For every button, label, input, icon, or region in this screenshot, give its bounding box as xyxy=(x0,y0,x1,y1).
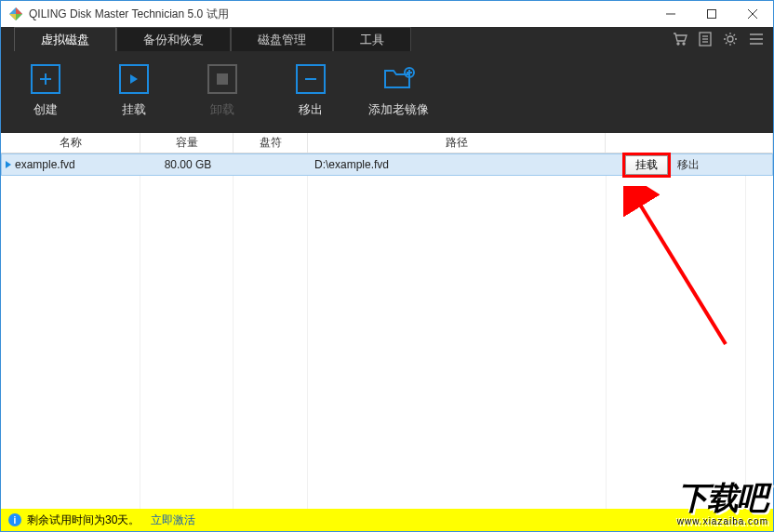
cell-path: D:\example.fvd xyxy=(309,158,605,171)
menu-icon[interactable] xyxy=(749,33,764,46)
maximize-button[interactable] xyxy=(691,1,732,27)
statusbar: i 剩余试用时间为30天。 立即激活 xyxy=(1,509,773,531)
column-capacity[interactable]: 容量 xyxy=(140,133,234,153)
column-name[interactable]: 名称 xyxy=(1,133,140,153)
create-button[interactable]: 创建 xyxy=(1,64,89,118)
app-logo xyxy=(8,7,23,21)
column-actions xyxy=(606,133,773,153)
close-button[interactable] xyxy=(732,1,773,27)
table-row[interactable]: example.fvd 80.00 GB D:\example.fvd 挂载 移… xyxy=(1,153,773,176)
tab-tools[interactable]: 工具 xyxy=(333,27,411,51)
tab-disk-management[interactable]: 磁盘管理 xyxy=(231,27,333,51)
column-path[interactable]: 路径 xyxy=(308,133,606,153)
tab-label: 备份和恢复 xyxy=(143,32,204,48)
mount-button[interactable]: 挂载 xyxy=(89,64,178,118)
gear-icon[interactable] xyxy=(723,32,738,47)
tool-label: 添加老镜像 xyxy=(368,101,429,118)
tab-label: 工具 xyxy=(360,32,384,48)
svg-point-14 xyxy=(727,36,733,42)
svg-rect-5 xyxy=(708,10,716,19)
svg-marker-3 xyxy=(9,14,16,20)
minimize-button[interactable] xyxy=(650,1,691,27)
svg-rect-20 xyxy=(217,73,228,85)
cart-icon[interactable] xyxy=(673,32,687,47)
svg-point-8 xyxy=(677,43,679,45)
tab-label: 磁盘管理 xyxy=(258,32,306,48)
table-header: 名称 容量 盘符 路径 xyxy=(1,133,773,153)
tool-label: 挂载 xyxy=(122,101,146,118)
column-drive[interactable]: 盘符 xyxy=(234,133,308,153)
unmount-button: 卸载 xyxy=(178,64,266,118)
cell-capacity: 80.00 GB xyxy=(141,158,234,171)
svg-marker-2 xyxy=(16,14,22,20)
window-title: QILING Disk Master Technician 5.0 试用 xyxy=(29,7,650,22)
row-mount-button[interactable]: 挂载 xyxy=(625,155,668,175)
play-icon xyxy=(6,161,11,168)
toolbar: 创建 挂载 卸载 移出 添加老镜像 xyxy=(1,51,773,133)
main-tabs: 虚拟磁盘 备份和恢复 磁盘管理 工具 xyxy=(1,27,773,51)
tool-label: 移出 xyxy=(299,101,323,118)
row-remove-link[interactable]: 移出 xyxy=(677,157,700,173)
table-body-empty xyxy=(1,176,773,509)
remove-button[interactable]: 移出 xyxy=(266,64,354,118)
activate-link[interactable]: 立即激活 xyxy=(151,512,195,528)
add-old-image-button[interactable]: 添加老镜像 xyxy=(354,64,443,118)
tab-label: 虚拟磁盘 xyxy=(41,32,89,48)
svg-marker-1 xyxy=(16,7,22,14)
tab-backup-restore[interactable]: 备份和恢复 xyxy=(116,27,231,51)
cell-name: example.fvd xyxy=(15,158,75,171)
tab-virtual-disk[interactable]: 虚拟磁盘 xyxy=(14,27,116,51)
tool-label: 创建 xyxy=(33,101,58,118)
svg-point-9 xyxy=(683,43,685,45)
status-text: 剩余试用时间为30天。 xyxy=(27,512,140,528)
titlebar: QILING Disk Master Technician 5.0 试用 xyxy=(1,1,773,27)
log-icon[interactable] xyxy=(699,32,712,47)
info-icon: i xyxy=(8,513,21,526)
tool-label: 卸载 xyxy=(210,101,234,118)
